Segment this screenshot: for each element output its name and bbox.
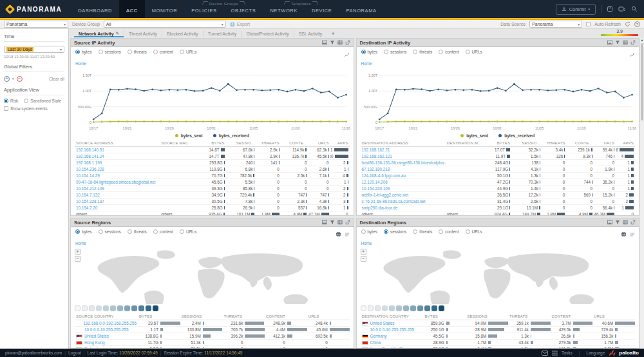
country-link[interactable]: 10.0.0.0-10.255.255.255 bbox=[84, 327, 129, 332]
address-cell[interactable]: netflix-1-tri-agg2.cenic.net bbox=[361, 192, 446, 198]
address-cell[interactable]: 192.168.162.21 bbox=[361, 147, 446, 153]
jump-to-logs-icon[interactable] bbox=[630, 220, 636, 225]
add-tab-button[interactable]: + bbox=[327, 30, 339, 37]
address-cell[interactable]: 10.154.2.20 bbox=[75, 205, 160, 211]
tasks-link[interactable]: Tasks bbox=[562, 351, 573, 355]
column-header[interactable]: SOURCE MAC bbox=[160, 140, 195, 147]
metric-radio-threats[interactable]: threats bbox=[413, 229, 432, 234]
map-zoom-out-button[interactable]: − bbox=[361, 256, 366, 262]
metric-radio-urls[interactable]: URLs bbox=[466, 229, 482, 234]
tab-tunnel-activity[interactable]: Tunnel Activity bbox=[204, 30, 242, 37]
metric-radio-bytes[interactable]: bytes bbox=[361, 229, 378, 234]
column-header[interactable]: APPS bbox=[616, 140, 635, 147]
country-link[interactable]: Germany bbox=[370, 334, 387, 338]
country-link[interactable]: China bbox=[370, 340, 381, 345]
column-header[interactable]: DESTINATION COUNTRY bbox=[361, 313, 424, 320]
column-header[interactable]: URLS bbox=[307, 313, 350, 320]
column-header[interactable]: APPS bbox=[330, 140, 350, 147]
snapshot-icon[interactable] bbox=[607, 40, 612, 45]
address-cell[interactable]: 99-47-16-84.lightspeed.sntcca.sbcglobal.… bbox=[75, 179, 160, 186]
address-cell[interactable]: 192.168.140.51 bbox=[75, 147, 160, 153]
tab-network-activity[interactable]: Network Activity✎ bbox=[74, 30, 124, 37]
column-header[interactable]: BYTES bbox=[138, 313, 180, 320]
context-select[interactable]: Panorama▾ bbox=[4, 21, 68, 28]
scroll-up-icon[interactable]: ▲ bbox=[640, 38, 644, 43]
data-source-select[interactable]: Panorama▾ bbox=[529, 21, 582, 28]
column-header[interactable]: DESTINATION M... bbox=[446, 140, 481, 147]
nav-item-monitor[interactable]: MONITOR bbox=[145, 0, 184, 18]
address-cell[interactable]: 10.154.7.132 bbox=[75, 192, 160, 198]
snapshot-icon[interactable] bbox=[322, 220, 327, 225]
metric-radio-content[interactable]: content bbox=[153, 50, 173, 54]
address-cell[interactable]: 192.168.1.199 bbox=[75, 160, 160, 166]
column-header[interactable]: URLS bbox=[308, 140, 330, 147]
column-header[interactable]: BYTES bbox=[481, 140, 511, 147]
mail-icon[interactable] bbox=[542, 351, 548, 356]
map-zoom-in-button[interactable]: + bbox=[361, 249, 366, 255]
snapshot-icon[interactable] bbox=[607, 220, 612, 225]
column-header[interactable]: SOURCE ADDRESS bbox=[75, 140, 160, 147]
table-view-icon[interactable] bbox=[337, 40, 343, 45]
add-filter-caret-icon[interactable]: ▾ bbox=[12, 77, 14, 81]
breadcrumb-home-link[interactable]: Home bbox=[75, 61, 86, 66]
column-header[interactable]: THREATS bbox=[508, 313, 551, 320]
column-header[interactable]: URLS bbox=[594, 140, 616, 147]
address-cell[interactable]: 10.154.14.29 bbox=[75, 173, 160, 179]
tab-threat-activity[interactable]: Threat Activity bbox=[124, 30, 162, 37]
country-link[interactable]: 10.0.0.0-10.255.255.255 bbox=[370, 327, 415, 332]
show-system-events-checkbox[interactable] bbox=[4, 106, 8, 111]
table-view-icon[interactable] bbox=[623, 40, 628, 45]
country-link[interactable]: United States bbox=[84, 334, 109, 338]
metric-radio-sessions[interactable]: sessions bbox=[99, 50, 121, 54]
filter-icon[interactable] bbox=[330, 40, 335, 45]
maximize-chart-icon[interactable] bbox=[629, 48, 635, 60]
column-header[interactable]: CONTE... bbox=[281, 140, 308, 147]
snapshot-icon[interactable] bbox=[322, 40, 327, 45]
address-cell[interactable]: 192.168.141.24 bbox=[75, 153, 160, 160]
column-header[interactable]: THREATS bbox=[256, 140, 280, 147]
country-link[interactable]: 192.168.0.0-192.168.255.255 bbox=[83, 321, 137, 325]
jump-to-logs-icon[interactable] bbox=[345, 220, 350, 225]
commit-button[interactable]: Commit ▾ bbox=[556, 4, 596, 15]
risk-radio[interactable] bbox=[4, 99, 8, 103]
metric-radio-threats[interactable]: threats bbox=[128, 229, 147, 234]
globe-icon[interactable] bbox=[336, 228, 341, 240]
metric-radio-sessions[interactable]: sessions bbox=[384, 50, 406, 54]
search-icon[interactable] bbox=[631, 6, 638, 12]
edit-tab-icon[interactable]: ✎ bbox=[116, 32, 119, 36]
tab-ssl-activity[interactable]: SSL Activity bbox=[294, 30, 327, 37]
filter-icon[interactable] bbox=[615, 220, 620, 225]
legend-item-bytes-sent[interactable]: bytes_sent bbox=[460, 133, 488, 138]
address-cell[interactable]: 12.120.14.206 bbox=[361, 179, 446, 186]
address-cell[interactable]: 67.192.180.218 bbox=[361, 166, 446, 173]
metric-radio-bytes[interactable]: bytes bbox=[361, 50, 378, 54]
breadcrumb-home-link[interactable]: Home bbox=[361, 61, 372, 66]
address-cell[interactable]: 10.154.220.109 bbox=[361, 186, 446, 192]
map-zoom-out-button[interactable]: − bbox=[75, 256, 80, 262]
map-options-icon[interactable] bbox=[345, 228, 350, 240]
sanctioned-state-radio[interactable] bbox=[24, 99, 28, 103]
metric-radio-bytes[interactable]: bytes bbox=[75, 50, 92, 54]
table-view-icon[interactable] bbox=[337, 220, 343, 225]
metric-radio-sessions[interactable]: sessions bbox=[384, 229, 406, 234]
table-view-icon[interactable] bbox=[623, 220, 628, 225]
tasks-icon[interactable] bbox=[552, 351, 558, 356]
refresh-icon[interactable] bbox=[625, 21, 630, 27]
address-cell[interactable]: smtp250.dia-four.de bbox=[361, 205, 446, 211]
clear-all-link[interactable]: Clear all bbox=[49, 77, 64, 81]
column-header[interactable]: CONTENT bbox=[551, 313, 593, 320]
column-header[interactable]: SESSIONS bbox=[180, 313, 223, 320]
jump-to-logs-icon[interactable] bbox=[630, 40, 636, 45]
globe-icon[interactable] bbox=[621, 228, 627, 240]
nav-item-panorama[interactable]: PANORAMA bbox=[339, 0, 383, 18]
remove-filter-icon[interactable]: − bbox=[17, 76, 23, 82]
address-cell[interactable]: 10.154.236.228 bbox=[75, 166, 160, 173]
nav-item-dashboard[interactable]: DASHBOARD bbox=[71, 0, 119, 18]
filter-icon[interactable] bbox=[615, 40, 620, 45]
metric-radio-urls[interactable]: URLs bbox=[466, 50, 482, 54]
legend-item-bytes-received[interactable]: bytes_received bbox=[498, 133, 535, 138]
address-cell[interactable]: c-76-21-69-86.hsd1.ca.comcast.net bbox=[361, 198, 446, 205]
column-header[interactable]: BYTES bbox=[424, 313, 466, 320]
nav-item-acc[interactable]: ACC bbox=[119, 0, 145, 18]
add-filter-icon[interactable]: + bbox=[4, 76, 10, 82]
